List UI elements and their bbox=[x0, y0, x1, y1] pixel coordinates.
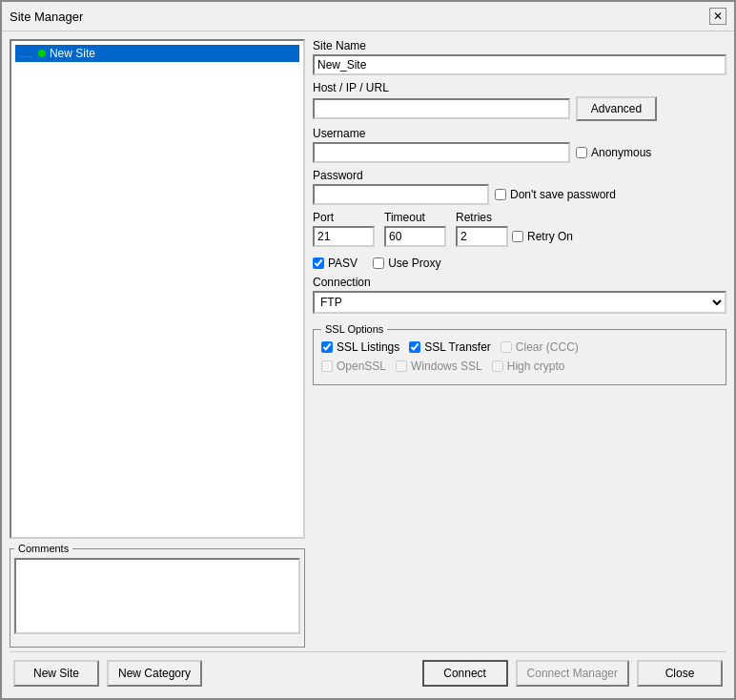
use-proxy-text: Use Proxy bbox=[388, 257, 440, 270]
site-item-new-site[interactable]: ..... New Site bbox=[15, 45, 299, 62]
ssl-transfer-checkbox[interactable] bbox=[409, 341, 420, 353]
ssl-options-legend: SSL Options bbox=[321, 323, 387, 335]
timeout-group: Timeout bbox=[384, 211, 446, 247]
pasv-checkbox[interactable] bbox=[313, 257, 324, 269]
host-group: Host / IP / URL Advanced bbox=[313, 81, 726, 121]
dont-save-password-checkbox[interactable] bbox=[495, 189, 506, 200]
new-site-button[interactable]: New Site bbox=[13, 660, 99, 687]
username-label: Username bbox=[313, 127, 726, 140]
connection-select[interactable]: FTP SFTP FTPS HTTP bbox=[313, 291, 726, 314]
anonymous-checkbox[interactable] bbox=[576, 147, 587, 158]
openssl-label[interactable]: OpenSSL bbox=[321, 360, 386, 373]
ssl-row-1: SSL Listings SSL Transfer Clear (CCC) bbox=[321, 340, 718, 354]
use-proxy-label[interactable]: Use Proxy bbox=[373, 257, 440, 270]
username-input[interactable] bbox=[313, 142, 570, 163]
left-panel: ..... New Site Comments bbox=[10, 39, 305, 648]
options-row: PASV Use Proxy bbox=[313, 257, 726, 270]
windows-ssl-label[interactable]: Windows SSL bbox=[396, 360, 482, 373]
window-body: ..... New Site Comments Site Name bbox=[2, 31, 734, 698]
retries-input[interactable] bbox=[456, 226, 508, 247]
dont-save-label: Don't save password bbox=[510, 188, 616, 201]
ssl-listings-text: SSL Listings bbox=[337, 340, 399, 354]
retries-row: Retry On bbox=[456, 226, 573, 247]
windows-ssl-checkbox[interactable] bbox=[396, 360, 407, 372]
tree-lines: ..... bbox=[19, 49, 32, 59]
username-group: Username Anonymous bbox=[313, 127, 726, 163]
site-tree[interactable]: ..... New Site bbox=[10, 39, 305, 539]
anonymous-checkbox-label[interactable]: Anonymous bbox=[576, 146, 651, 159]
retries-group: Retries Retry On bbox=[456, 211, 573, 247]
window-title: Site Manager bbox=[10, 10, 83, 24]
pasv-text: PASV bbox=[328, 257, 358, 270]
ssl-row-2: OpenSSL Windows SSL High crypto bbox=[321, 360, 718, 373]
clear-ccc-label[interactable]: Clear (CCC) bbox=[501, 340, 579, 354]
host-label: Host / IP / URL bbox=[313, 81, 726, 94]
host-row: Advanced bbox=[313, 96, 726, 121]
password-input[interactable] bbox=[313, 184, 489, 205]
advanced-button[interactable]: Advanced bbox=[576, 96, 657, 121]
retry-on-text: Retry On bbox=[527, 230, 573, 243]
username-row: Anonymous bbox=[313, 142, 726, 163]
timeout-input[interactable] bbox=[384, 226, 446, 247]
title-bar: Site Manager ✕ bbox=[2, 2, 734, 31]
clear-ccc-checkbox[interactable] bbox=[501, 341, 512, 353]
anonymous-label: Anonymous bbox=[591, 146, 651, 159]
site-name-group: Site Name bbox=[313, 39, 726, 75]
comments-legend: Comments bbox=[14, 543, 72, 554]
high-crypto-checkbox[interactable] bbox=[492, 360, 503, 372]
footer: New Site New Category Connect Connect Ma… bbox=[10, 651, 726, 690]
footer-left: New Site New Category bbox=[13, 660, 202, 687]
clear-ccc-text: Clear (CCC) bbox=[516, 340, 579, 354]
password-group: Password Don't save password bbox=[313, 169, 726, 205]
port-timeout-retries-row: Port Timeout Retries Retry On bbox=[313, 211, 726, 247]
ssl-listings-checkbox[interactable] bbox=[321, 341, 333, 353]
port-group: Port bbox=[313, 211, 375, 247]
openssl-checkbox[interactable] bbox=[321, 360, 333, 372]
use-proxy-checkbox[interactable] bbox=[373, 257, 384, 269]
connection-label: Connection bbox=[313, 276, 726, 289]
site-name-label: Site Name bbox=[313, 39, 726, 52]
ssl-transfer-text: SSL Transfer bbox=[424, 340, 491, 354]
comments-group: Comments bbox=[10, 543, 305, 648]
retry-on-checkbox[interactable] bbox=[512, 231, 523, 242]
port-label: Port bbox=[313, 211, 375, 224]
dont-save-password-label[interactable]: Don't save password bbox=[495, 188, 616, 201]
password-row: Don't save password bbox=[313, 184, 726, 205]
comments-textarea[interactable] bbox=[14, 558, 300, 634]
port-input[interactable] bbox=[313, 226, 375, 247]
high-crypto-label[interactable]: High crypto bbox=[492, 360, 565, 373]
pasv-label[interactable]: PASV bbox=[313, 257, 358, 270]
right-panel: Site Name Host / IP / URL Advanced Usern… bbox=[313, 39, 726, 648]
connection-group: Connection FTP SFTP FTPS HTTP bbox=[313, 276, 726, 314]
password-label: Password bbox=[313, 169, 726, 182]
window-close-button[interactable]: ✕ bbox=[709, 8, 726, 25]
ssl-options-group: SSL Options SSL Listings SSL Transfer bbox=[313, 323, 726, 385]
ssl-listings-label[interactable]: SSL Listings bbox=[321, 340, 399, 354]
openssl-text: OpenSSL bbox=[337, 360, 386, 373]
host-input[interactable] bbox=[313, 98, 570, 119]
windows-ssl-text: Windows SSL bbox=[411, 360, 482, 373]
main-content: ..... New Site Comments Site Name bbox=[10, 39, 726, 648]
site-status-dot bbox=[38, 50, 46, 57]
site-manager-window: Site Manager ✕ ..... New Site Comments bbox=[0, 0, 736, 700]
retry-on-label[interactable]: Retry On bbox=[512, 230, 573, 243]
new-category-button[interactable]: New Category bbox=[107, 660, 202, 687]
connect-manager-button[interactable]: Connect Manager bbox=[516, 660, 629, 687]
connect-button[interactable]: Connect bbox=[422, 660, 508, 687]
timeout-label: Timeout bbox=[384, 211, 446, 224]
retries-label: Retries bbox=[456, 211, 573, 224]
site-item-label: New Site bbox=[50, 47, 95, 60]
close-button[interactable]: Close bbox=[637, 660, 723, 687]
site-name-input[interactable] bbox=[313, 54, 726, 75]
high-crypto-text: High crypto bbox=[507, 360, 565, 373]
ssl-transfer-label[interactable]: SSL Transfer bbox=[409, 340, 491, 354]
footer-right: Connect Connect Manager Close bbox=[422, 660, 723, 687]
